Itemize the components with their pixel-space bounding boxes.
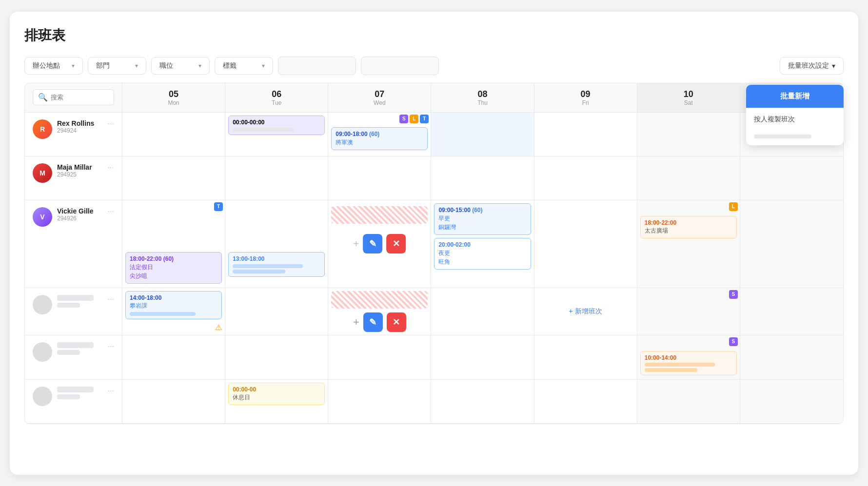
shift-vickie-thu2[interactable]: 20:00-02:00 夜更 旺角 xyxy=(434,238,531,270)
department-filter[interactable]: 部門 ▾ xyxy=(88,57,146,75)
r5-fri[interactable] xyxy=(534,335,637,380)
shift-vickie-sat[interactable]: 18:00-22:00 太古廣場 xyxy=(640,216,737,238)
employee-row-placeholder1: ··· xyxy=(25,288,122,335)
day-header-sat: 10 Sat xyxy=(637,83,740,112)
maja-wed[interactable] xyxy=(328,156,431,200)
tag-t-vickie-mon: T xyxy=(214,202,223,211)
vickie-sun[interactable] xyxy=(740,200,843,288)
avatar-placeholder2 xyxy=(33,342,52,362)
maja-sun[interactable] xyxy=(740,156,843,200)
vickie-wed[interactable]: + ✎ ✕ xyxy=(328,200,431,288)
tag-filter[interactable]: 標籤 ▾ xyxy=(215,57,273,75)
shift-r5-sat[interactable]: 10:00-14:00 xyxy=(640,351,737,375)
maja-sat[interactable] xyxy=(637,156,740,200)
r5-sun[interactable] xyxy=(740,335,843,380)
rex-mon[interactable] xyxy=(122,113,225,156)
emp-info-placeholder2 xyxy=(57,342,103,355)
rex-tue[interactable]: 00:00-00:00 xyxy=(225,113,328,156)
employee-search[interactable]: 🔍 xyxy=(33,89,114,105)
vickie-sat[interactable]: L 18:00-22:00 太古廣場 xyxy=(637,200,740,288)
shift-r6-tue[interactable]: 00:00-00 休息日 xyxy=(228,383,325,405)
maja-tue[interactable] xyxy=(225,156,328,200)
vickie-mon[interactable]: T 18:00-22:00 (60) 法定假日 尖沙咀 xyxy=(122,200,225,288)
edit-shift-button[interactable]: ✎ xyxy=(363,234,382,253)
r5-thu[interactable] xyxy=(431,335,534,380)
vickie-thu[interactable]: 09:00-15:00 (60) 早更 銅鑼灣 20:00-02:00 夜更 旺… xyxy=(431,200,534,288)
calendar-header: 🔍 05 Mon 06 Tue 07 Wed 08 Thu xyxy=(25,83,843,113)
r4-mon[interactable]: 14:00-18:00 攀岩課 ⚠ xyxy=(122,288,225,335)
r6-thu[interactable] xyxy=(431,380,534,424)
more-options-placeholder1[interactable]: ··· xyxy=(108,295,114,304)
r5-mon[interactable] xyxy=(122,335,225,380)
r5-tue[interactable] xyxy=(225,335,328,380)
vickie-tue[interactable]: 13:00-18:00 xyxy=(225,200,328,288)
add-shift-btn-r4[interactable]: + 新增班次 xyxy=(566,304,605,319)
calendar-body: R Rex Rollins 294924 ··· 00:00-00:00 S xyxy=(25,113,843,424)
avatar-vickie: V xyxy=(33,207,52,227)
avatar-rex: R xyxy=(33,119,52,139)
office-filter[interactable]: 辦公地點 ▾ xyxy=(24,57,83,75)
add-btn-r4[interactable]: + xyxy=(353,316,359,329)
rex-fri[interactable] xyxy=(534,113,637,156)
shift-rex-wed[interactable]: 09:00-18:00 (60) 將軍澳 xyxy=(331,127,428,150)
chevron-down-icon: ▾ xyxy=(198,62,201,69)
r4-sat[interactable]: S xyxy=(637,288,740,335)
r6-sat[interactable] xyxy=(637,380,740,424)
emp-info-vickie: Vickie Gille 294926 xyxy=(57,207,103,222)
position-filter[interactable]: 職位 ▾ xyxy=(151,57,210,75)
r4-fri[interactable]: + 新增班次 xyxy=(534,288,637,335)
rex-thu[interactable] xyxy=(431,113,534,156)
r6-wed[interactable] xyxy=(328,380,431,424)
add-shift-icon[interactable]: + xyxy=(354,238,359,250)
more-options-placeholder2[interactable]: ··· xyxy=(108,342,114,351)
employee-row-maja: M Maja Millar 294925 ··· xyxy=(25,156,122,200)
more-options-vickie[interactable]: ··· xyxy=(108,207,114,216)
maja-mon[interactable] xyxy=(122,156,225,200)
more-options-placeholder3[interactable]: ··· xyxy=(108,387,114,395)
r4-tue[interactable] xyxy=(225,288,328,335)
extra-filter-2 xyxy=(361,57,439,75)
r6-fri[interactable] xyxy=(534,380,637,424)
more-options-rex[interactable]: ··· xyxy=(108,119,114,128)
vickie-fri[interactable] xyxy=(534,200,637,288)
shift-rex-tue[interactable]: 00:00-00:00 xyxy=(228,116,325,135)
r5-sat[interactable]: S 10:00-14:00 xyxy=(637,335,740,380)
tag-s: S xyxy=(399,115,408,123)
emp-name-maja: Maja Millar xyxy=(57,163,103,171)
maja-thu[interactable] xyxy=(431,156,534,200)
bulk-dropdown-panel: 批量新增 按人複製班次 xyxy=(746,85,844,145)
shift-vickie-tue[interactable]: 13:00-18:00 xyxy=(228,252,325,277)
day-header-wed: 07 Wed xyxy=(328,83,431,112)
maja-fri[interactable] xyxy=(534,156,637,200)
search-icon: 🔍 xyxy=(38,93,48,102)
day-header-mon: 05 Mon xyxy=(122,83,225,112)
delete-shift-button[interactable]: ✕ xyxy=(386,234,406,253)
emp-id-vickie: 294926 xyxy=(57,215,103,222)
emp-info-rex: Rex Rollins 294924 xyxy=(57,119,103,134)
r6-mon[interactable] xyxy=(122,380,225,424)
r6-tue[interactable]: 00:00-00 休息日 xyxy=(225,380,328,424)
shift-vickie-thu1[interactable]: 09:00-15:00 (60) 早更 銅鑼灣 xyxy=(434,203,531,235)
search-input[interactable] xyxy=(51,94,109,101)
shift-r4-mon[interactable]: 14:00-18:00 攀岩課 xyxy=(125,291,222,319)
more-options-maja[interactable]: ··· xyxy=(108,163,114,172)
r6-sun[interactable] xyxy=(740,380,843,424)
emp-name-rex: Rex Rollins xyxy=(57,119,103,127)
bulk-add-button[interactable]: 批量新增 xyxy=(746,85,844,108)
r4-wed[interactable]: + ✎ ✕ xyxy=(328,288,431,335)
bulk-settings-button[interactable]: 批量班次設定 ▾ xyxy=(780,57,844,75)
r4-sun[interactable] xyxy=(740,288,843,335)
shift-vickie-mon[interactable]: 18:00-22:00 (60) 法定假日 尖沙咀 xyxy=(125,252,222,284)
rex-sat[interactable] xyxy=(637,113,740,156)
tag-s-r4: S xyxy=(729,290,738,299)
r5-wed[interactable] xyxy=(328,335,431,380)
copy-shifts-item[interactable]: 按人複製班次 xyxy=(746,108,844,131)
rex-wed[interactable]: S L T 09:00-18:00 (60) 將軍澳 xyxy=(328,113,431,156)
emp-id-maja: 294925 xyxy=(57,171,103,178)
r4-thu[interactable] xyxy=(431,288,534,335)
edit-btn-r4[interactable]: ✎ xyxy=(363,312,383,332)
emp-info-maja: Maja Millar 294925 xyxy=(57,163,103,178)
delete-btn-r4[interactable]: ✕ xyxy=(387,312,406,332)
emp-info-placeholder3 xyxy=(57,387,103,399)
calendar: 🔍 05 Mon 06 Tue 07 Wed 08 Thu xyxy=(24,83,844,424)
